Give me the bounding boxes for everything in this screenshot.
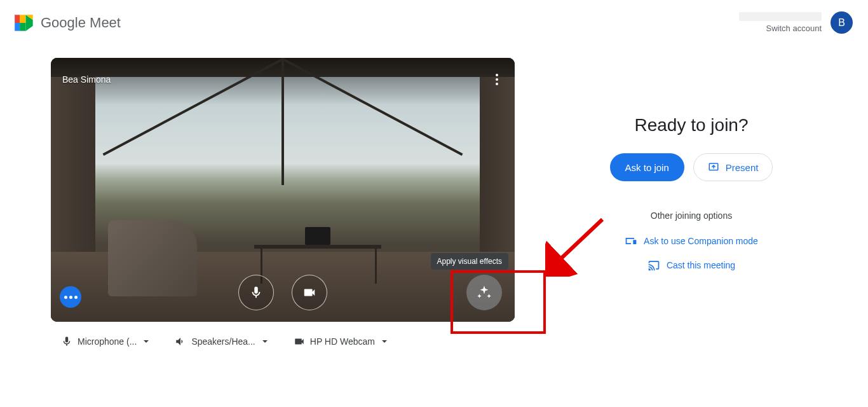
microphone-toggle-button[interactable] — [238, 275, 274, 310]
ready-heading: Ready to join? — [634, 115, 748, 135]
speaker-selector[interactable]: Speakers/Hea... — [175, 336, 268, 347]
control-row — [238, 275, 327, 310]
companion-label: Ask to use Companion mode — [644, 236, 758, 246]
scene-laptop — [305, 227, 330, 245]
present-icon — [708, 162, 719, 173]
header-right: Switch account B — [739, 11, 853, 34]
annotation-red-arrow — [545, 213, 609, 277]
participant-name: Bea Simona — [62, 74, 111, 85]
product-name-text: Google Meet — [41, 15, 121, 31]
meet-logo-icon — [13, 13, 37, 33]
avatar[interactable]: B — [831, 11, 853, 34]
scene-strut — [281, 58, 284, 185]
microphone-icon — [61, 336, 72, 347]
present-button[interactable]: Present — [693, 153, 773, 181]
join-button-row: Ask to join Present — [610, 153, 773, 181]
more-vert-icon — [496, 74, 498, 85]
scene-desk — [254, 245, 381, 249]
camera-selector[interactable]: HP HD Webcam — [294, 336, 388, 347]
camera-toggle-button[interactable] — [292, 275, 327, 310]
chevron-down-icon — [143, 336, 149, 347]
microphone-selector[interactable]: Microphone (... — [61, 336, 149, 347]
cast-icon — [648, 259, 660, 272]
microphone-icon — [249, 286, 263, 300]
more-horiz-icon — [64, 296, 78, 299]
more-options-pill[interactable] — [60, 286, 81, 308]
logo-group: Google Meet — [13, 13, 121, 33]
devices-icon — [625, 235, 637, 247]
other-options-title: Other joining options — [651, 210, 732, 221]
preview-column: Bea Simona Apply visual effects — [51, 58, 515, 347]
video-preview: Bea Simona Apply visual effects — [51, 58, 515, 322]
join-column: Ready to join? Ask to join Present Other… — [515, 58, 868, 347]
header: Google Meet Switch account B — [0, 0, 868, 45]
ask-to-join-button[interactable]: Ask to join — [610, 153, 684, 181]
camera-label: HP HD Webcam — [310, 336, 375, 347]
switch-account-link[interactable]: Switch account — [766, 24, 822, 33]
annotation-red-box — [451, 270, 546, 334]
microphone-label: Microphone (... — [78, 336, 137, 347]
main: Bea Simona Apply visual effects — [0, 45, 868, 347]
cast-label: Cast this meeting — [667, 260, 735, 270]
speaker-label: Speakers/Hea... — [191, 336, 255, 347]
device-row: Microphone (... Speakers/Hea... HP HD We… — [51, 322, 515, 347]
video-more-button[interactable] — [489, 72, 505, 87]
chevron-down-icon — [262, 336, 268, 347]
companion-mode-link[interactable]: Ask to use Companion mode — [625, 235, 758, 247]
account-column: Switch account — [739, 12, 822, 33]
effects-tooltip: Apply visual effects — [431, 253, 509, 270]
camera-icon — [302, 286, 316, 300]
cast-meeting-link[interactable]: Cast this meeting — [648, 259, 735, 272]
scene-desk-leg — [375, 249, 377, 284]
redacted-email — [739, 12, 822, 21]
speaker-icon — [175, 336, 186, 347]
present-label: Present — [726, 162, 759, 173]
scene-chair — [108, 220, 197, 296]
camera-icon — [294, 336, 305, 347]
chevron-down-icon — [381, 336, 388, 347]
product-name: Google Meet — [41, 15, 121, 31]
svg-line-1 — [557, 219, 602, 263]
